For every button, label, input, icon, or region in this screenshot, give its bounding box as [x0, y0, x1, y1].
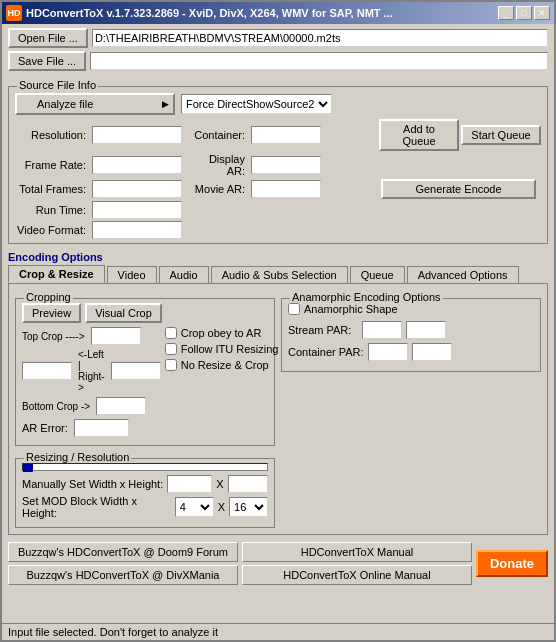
file-toolbar: Open File ...: [8, 28, 548, 48]
mod-height-select[interactable]: 16: [229, 497, 268, 517]
encoding-options-section: Encoding Options Crop & Resize Video Aud…: [8, 251, 548, 535]
bottom-crop-input[interactable]: [96, 397, 146, 415]
anamorphic-shape-checkbox[interactable]: [288, 303, 300, 315]
x-separator: X: [216, 478, 223, 490]
encoding-options-label: Encoding Options: [8, 251, 548, 263]
video-format-input[interactable]: [92, 221, 182, 239]
crop-obey-ar-checkbox[interactable]: [165, 327, 177, 339]
right-column: Anamorphic Encoding Options Anamorphic S…: [281, 290, 541, 528]
crop-resize-panel: Cropping Preview Visual Crop Top: [8, 283, 548, 535]
link-buttons-group: Buzzqw's HDConvertToX @ Doom9 Forum HDCo…: [8, 542, 472, 585]
minimize-button[interactable]: _: [498, 6, 514, 20]
cropping-label: Cropping: [24, 291, 73, 303]
open-file-button[interactable]: Open File ...: [8, 28, 88, 48]
height-input[interactable]: [228, 475, 268, 493]
resolution-bar: [22, 463, 268, 471]
tab-audio[interactable]: Audio: [159, 266, 209, 284]
top-crop-input[interactable]: [91, 327, 141, 345]
status-text: Input file selected. Don't forget to ana…: [8, 626, 218, 638]
generate-encode-button[interactable]: Generate Encode: [381, 179, 536, 199]
frame-rate-input[interactable]: [92, 156, 182, 174]
follow-itu-label: Follow ITU Resizing: [181, 343, 279, 355]
container-input[interactable]: [251, 126, 321, 144]
add-to-queue-button[interactable]: Add to Queue: [379, 119, 459, 151]
cropping-group: Cropping Preview Visual Crop Top: [15, 298, 275, 446]
donate-button[interactable]: Donate: [476, 550, 548, 577]
save-path-input[interactable]: [90, 52, 548, 70]
movie-ar-input[interactable]: [251, 180, 321, 198]
title-bar: HD HDConvertToX v.1.7.323.2869 - XviD, D…: [2, 2, 554, 24]
divxmania-link-button[interactable]: Buzzqw's HDConvertToX @ DivXMania: [8, 565, 238, 585]
mod-block-label: Set MOD Block Width x Height:: [22, 495, 171, 519]
save-file-row: Save File ...: [8, 51, 548, 71]
right-crop-input[interactable]: [111, 362, 161, 380]
stream-par-input2[interactable]: [406, 321, 446, 339]
preview-button[interactable]: Preview: [22, 303, 81, 323]
stream-par-input1[interactable]: [362, 321, 402, 339]
no-resize-checkbox[interactable]: [165, 359, 177, 371]
crop-resize-columns: Cropping Preview Visual Crop Top: [15, 290, 541, 528]
bottom-crop-label: Bottom Crop ->: [22, 401, 90, 412]
window-content: Open File ... Save File ... Source File …: [2, 24, 554, 623]
container-par-input2[interactable]: [412, 343, 452, 361]
left-column: Cropping Preview Visual Crop Top: [15, 290, 275, 528]
tab-advanced[interactable]: Advanced Options: [407, 266, 519, 284]
main-window: HD HDConvertToX v.1.7.323.2869 - XviD, D…: [0, 0, 556, 642]
follow-itu-checkbox[interactable]: [165, 343, 177, 355]
anamorphic-label: Anamorphic Encoding Options: [290, 291, 443, 303]
tab-bar: Crop & Resize Video Audio Audio & Subs S…: [8, 265, 548, 283]
online-manual-link-button[interactable]: HDConvertToX Online Manual: [242, 565, 472, 585]
file-path-input[interactable]: [92, 29, 548, 47]
ar-error-label: AR Error:: [22, 422, 68, 434]
resizing-group: Resizing / Resolution Manually Set Width…: [15, 458, 275, 528]
tab-crop-resize[interactable]: Crop & Resize: [8, 265, 105, 283]
crop-obey-ar-label: Crop obey to AR: [181, 327, 262, 339]
total-frames-input[interactable]: [92, 180, 182, 198]
save-file-button[interactable]: Save File ...: [8, 51, 86, 71]
start-queue-button[interactable]: Start Queue: [461, 125, 541, 145]
visual-crop-button[interactable]: Visual Crop: [85, 303, 162, 323]
resolution-fill: [23, 464, 33, 472]
resolution-label: Resolution:: [15, 129, 90, 141]
run-time-label: Run Time:: [15, 204, 90, 216]
stream-par-label: Stream PAR:: [288, 324, 358, 336]
frame-rate-label: Frame Rate:: [15, 159, 90, 171]
mod-width-select[interactable]: 4: [175, 497, 214, 517]
display-ar-input[interactable]: [251, 156, 321, 174]
source-file-group: Source File Info Analyze file Force Dire…: [8, 80, 548, 244]
crop-checkboxes: Crop obey to AR Follow ITU Resizing: [165, 327, 279, 373]
window-controls: _ □ ✕: [498, 6, 550, 20]
width-input[interactable]: [167, 475, 212, 493]
crop-inputs-col: Top Crop ----> <-Left | Right->: [22, 327, 161, 439]
tab-audio-subs[interactable]: Audio & Subs Selection: [211, 266, 348, 284]
crop-obey-ar-row: Crop obey to AR: [165, 327, 279, 339]
run-time-input[interactable]: [92, 201, 182, 219]
resolution-input[interactable]: [92, 126, 182, 144]
left-crop-input[interactable]: [22, 362, 72, 380]
maximize-button[interactable]: □: [516, 6, 532, 20]
manual-link-button[interactable]: HDConvertToX Manual: [242, 542, 472, 562]
app-icon: HD: [6, 5, 22, 21]
close-button[interactable]: ✕: [534, 6, 550, 20]
ar-error-input[interactable]: [74, 419, 129, 437]
manually-set-row: Manually Set Width x Height: X: [22, 475, 268, 493]
mod-block-row: Set MOD Block Width x Height: 4 X 16: [22, 495, 268, 519]
force-source-select[interactable]: Force DirectShowSource2: [181, 94, 332, 114]
anamorphic-shape-row: Anamorphic Shape: [288, 303, 534, 315]
no-resize-label: No Resize & Crop: [181, 359, 269, 371]
window-title: HDConvertToX v.1.7.323.2869 - XviD, DivX…: [26, 7, 498, 19]
tab-video[interactable]: Video: [107, 266, 157, 284]
container-par-row: Container PAR:: [288, 343, 534, 361]
doom9-link-button[interactable]: Buzzqw's HDConvertToX @ Doom9 Forum: [8, 542, 238, 562]
stream-par-row: Stream PAR:: [288, 321, 534, 339]
anamorphic-group: Anamorphic Encoding Options Anamorphic S…: [281, 298, 541, 372]
manually-label: Manually Set Width x Height:: [22, 478, 163, 490]
container-label: Container:: [189, 129, 249, 141]
resizing-label: Resizing / Resolution: [24, 451, 131, 463]
anamorphic-shape-label: Anamorphic Shape: [304, 303, 398, 315]
tab-queue[interactable]: Queue: [350, 266, 405, 284]
video-format-label: Video Format:: [15, 224, 90, 236]
analyze-file-button[interactable]: Analyze file: [15, 93, 175, 115]
bottom-links-row: Buzzqw's HDConvertToX @ Doom9 Forum HDCo…: [8, 542, 548, 585]
container-par-input1[interactable]: [368, 343, 408, 361]
